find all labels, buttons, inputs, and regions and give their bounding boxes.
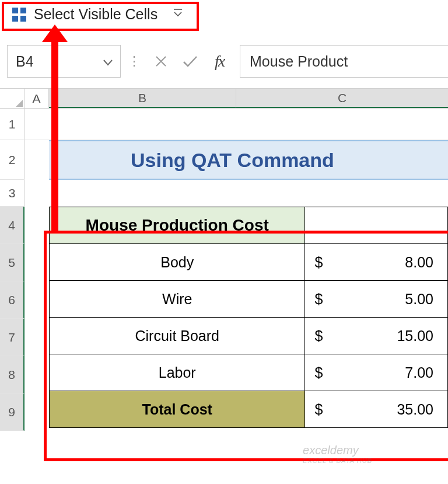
money-value: 15.00 [314,328,433,344]
cancel-button[interactable] [148,45,174,78]
select-visible-cells-button[interactable]: Select Visible Cells [8,4,161,25]
select-visible-cells-icon [12,7,27,22]
item-label[interactable]: Labor [50,354,305,391]
separator-dots: ⋮ [123,45,145,78]
total-label[interactable]: Total Cost [50,391,305,428]
item-value[interactable]: $ 15.00 [305,318,448,354]
currency-symbol: $ [314,291,323,308]
table-total-row: Total Cost $ 35.00 [50,391,448,428]
row-header-4[interactable]: 4 [0,207,24,244]
formula-bar: B4 ⋮ fx Mouse Product [0,45,448,78]
row-header-5[interactable]: 5 [0,244,24,281]
row-header-3[interactable]: 3 [0,180,24,207]
name-box[interactable]: B4 [7,45,121,78]
svg-rect-1 [20,8,26,13]
watermark-tagline: EXCEL & DATA HUB [303,457,372,464]
cell-row-3[interactable] [49,180,448,207]
row-header-7[interactable]: 7 [0,319,24,356]
currency-symbol: $ [314,364,323,381]
table-row: Circuit Board $ 15.00 [50,318,448,354]
cell-row-1[interactable] [24,109,448,140]
item-value[interactable]: $ 8.00 [305,244,448,281]
table-header[interactable]: Mouse Production Cost [50,207,305,244]
title-cell-text: Using QAT Command [131,149,334,172]
svg-rect-0 [12,8,18,13]
row-header-6[interactable]: 6 [0,281,24,319]
money-value: 5.00 [314,291,433,308]
row-header-8[interactable]: 8 [0,356,24,394]
total-value[interactable]: $ 35.00 [305,391,448,428]
svg-rect-2 [12,16,18,22]
qat-button-label: Select Visible Cells [34,6,158,23]
enter-button[interactable] [177,45,204,78]
formula-input[interactable]: Mouse Product [240,45,448,78]
currency-symbol: $ [314,401,323,418]
currency-symbol: $ [314,254,323,271]
customize-qat-button[interactable] [169,5,187,23]
col-header-c[interactable]: C [236,89,448,108]
title-cell[interactable]: Using QAT Command [49,140,448,180]
item-label[interactable]: Wire [50,281,305,318]
item-label[interactable]: Circuit Board [50,318,305,354]
table-row: Body $ 8.00 [50,244,448,281]
data-table: Mouse Production Cost Body $ 8.00 Wire $… [49,207,448,428]
item-value[interactable]: $ 7.00 [305,354,448,391]
name-box-value: B4 [16,53,34,70]
watermark-brand: exceldemy [303,444,359,457]
row-header-1[interactable]: 1 [0,109,24,140]
item-value[interactable]: $ 5.00 [305,281,448,318]
col-header-a[interactable]: A [24,89,49,108]
chevron-down-icon[interactable] [103,53,113,70]
fx-label: fx [215,52,224,71]
col-header-b[interactable]: B [49,89,236,108]
row-headers: 1 2 3 4 5 6 7 8 9 [0,109,24,431]
svg-rect-3 [20,16,26,22]
money-value: 8.00 [314,254,433,271]
row-header-9[interactable]: 9 [0,394,24,431]
arrow-head-icon [42,25,68,42]
watermark: exceldemy EXCEL & DATA HUB [303,444,372,464]
row-header-2[interactable]: 2 [0,140,24,180]
select-all-triangle[interactable] [0,89,24,108]
money-value: 7.00 [314,364,433,381]
table-row: Labor $ 7.00 [50,354,448,391]
arrow-line [51,31,58,231]
money-value: 35.00 [314,401,433,418]
formula-value: Mouse Product [250,53,348,70]
currency-symbol: $ [314,328,323,344]
table-row: Wire $ 5.00 [50,281,448,318]
item-label[interactable]: Body [50,244,305,281]
insert-function-button[interactable]: fx [206,45,233,78]
column-headers: A B C [0,88,448,109]
